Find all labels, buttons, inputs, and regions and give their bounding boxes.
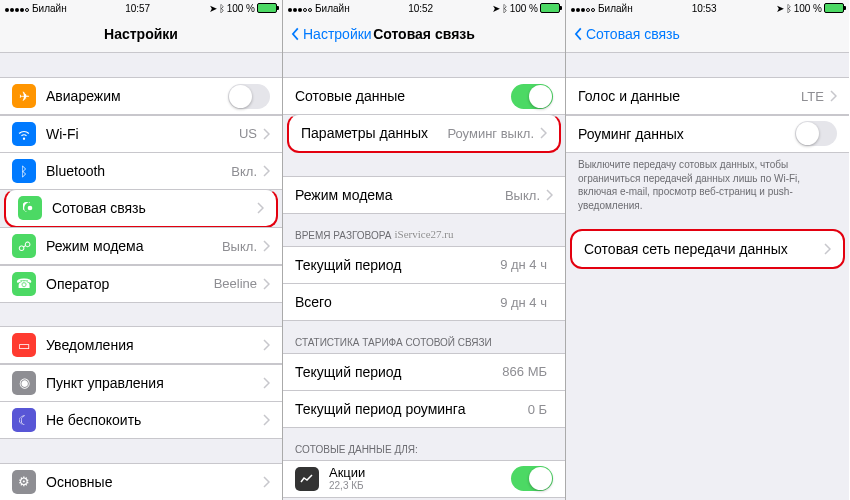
footer-text: Выключите передачу сотовых данных, чтобы…	[566, 152, 849, 222]
row-data-roaming[interactable]: Роуминг данных	[566, 115, 849, 153]
row-cellular-data[interactable]: Сотовые данные	[283, 77, 565, 115]
cellular-list[interactable]: Сотовые данные Параметры данных Роуминг …	[283, 53, 565, 500]
chevron-right-icon	[263, 128, 270, 140]
status-bar: Билайн 10:52 ➤ᛒ100 %	[283, 0, 565, 16]
row-cellular-network[interactable]: Сотовая сеть передачи данных	[570, 229, 845, 269]
battery-icon	[257, 3, 277, 13]
battery-icon	[824, 3, 844, 13]
status-time: 10:53	[692, 3, 717, 14]
carrier-icon: ☎	[12, 272, 36, 296]
bluetooth-icon: ᛒ	[786, 3, 792, 14]
watermark: iService27.ru	[395, 228, 454, 240]
back-button[interactable]: Сотовая связь	[572, 26, 680, 42]
battery-icon	[540, 3, 560, 13]
header-stats: СТАТИСТИКА ТАРИФА СОТОВОЙ СВЯЗИ	[283, 321, 565, 353]
wifi-icon	[12, 122, 36, 146]
settings-root-pane: Билайн 10:57 ➤ᛒ100 % Настройки ✈ Авиареж…	[0, 0, 283, 500]
chevron-right-icon	[263, 476, 270, 488]
cellular-data-toggle[interactable]	[511, 84, 553, 109]
row-airplane-mode[interactable]: ✈ Авиарежим	[0, 77, 282, 115]
chevron-right-icon	[257, 202, 264, 214]
status-bar: Билайн 10:57 ➤ᛒ100 %	[0, 0, 282, 16]
gear-icon: ⚙	[12, 470, 36, 494]
row-bluetooth[interactable]: ᛒ Bluetooth Вкл.	[0, 152, 282, 190]
row-current-period-data: Текущий период 866 МБ	[283, 353, 565, 391]
back-button[interactable]: Настройки	[289, 26, 372, 42]
row-wifi[interactable]: Wi-Fi US	[0, 115, 282, 153]
bluetooth-icon: ᛒ	[502, 3, 508, 14]
dnd-icon: ☾	[12, 408, 36, 432]
row-cellular[interactable]: Сотовая связь	[4, 189, 278, 228]
airplane-toggle[interactable]	[228, 84, 270, 109]
bluetooth-row-icon: ᛒ	[12, 159, 36, 183]
row-carrier[interactable]: ☎ Оператор Beeline	[0, 265, 282, 303]
cellular-pane: iService27.ru Билайн 10:52 ➤ᛒ100 % Настр…	[283, 0, 566, 500]
chevron-right-icon	[263, 240, 270, 252]
chevron-left-icon	[289, 27, 301, 41]
bluetooth-icon: ᛒ	[219, 3, 225, 14]
row-current-period: Текущий период 9 дн 4 ч	[283, 246, 565, 284]
nav-bar: Сотовая связь	[566, 16, 849, 53]
location-icon: ➤	[776, 3, 784, 14]
row-dnd[interactable]: ☾ Не беспокоить	[0, 401, 282, 439]
chevron-right-icon	[263, 278, 270, 290]
data-options-pane: Билайн 10:53 ➤ᛒ100 % Сотовая связь Голос…	[566, 0, 849, 500]
chevron-right-icon	[540, 127, 547, 139]
chevron-right-icon	[263, 414, 270, 426]
location-icon: ➤	[209, 3, 217, 14]
status-bar: Билайн 10:53 ➤ᛒ100 %	[566, 0, 849, 16]
row-app-stocks[interactable]: Акции 22,3 КБ	[283, 460, 565, 498]
header-data-for: СОТОВЫЕ ДАННЫЕ ДЛЯ:	[283, 428, 565, 460]
data-roaming-toggle[interactable]	[795, 121, 837, 146]
chevron-right-icon	[824, 243, 831, 255]
status-time: 10:52	[408, 3, 433, 14]
chevron-left-icon	[572, 27, 584, 41]
status-time: 10:57	[125, 3, 150, 14]
row-hotspot[interactable]: ☍ Режим модема Выкл.	[0, 227, 282, 265]
stocks-toggle[interactable]	[511, 466, 553, 491]
page-title: Настройки	[104, 26, 178, 42]
chevron-right-icon	[546, 189, 553, 201]
location-icon: ➤	[492, 3, 500, 14]
hotspot-icon: ☍	[12, 234, 36, 258]
row-roaming-period: Текущий период роуминга 0 Б	[283, 390, 565, 428]
chevron-right-icon	[263, 165, 270, 177]
stocks-icon	[295, 467, 319, 491]
nav-bar: Настройки Сотовая связь	[283, 16, 565, 53]
page-title: Сотовая связь	[373, 26, 475, 42]
row-control-center[interactable]: ◉ Пункт управления	[0, 364, 282, 402]
row-voice-data[interactable]: Голос и данные LTE	[566, 77, 849, 115]
nav-bar: Настройки	[0, 16, 282, 53]
cellular-icon	[18, 196, 42, 220]
control-center-icon: ◉	[12, 371, 36, 395]
chevron-right-icon	[830, 90, 837, 102]
chevron-right-icon	[263, 377, 270, 389]
row-notifications[interactable]: ▭ Уведомления	[0, 326, 282, 364]
chevron-right-icon	[263, 339, 270, 351]
row-total: Всего 9 дн 4 ч	[283, 283, 565, 321]
row-hotspot[interactable]: Режим модема Выкл.	[283, 176, 565, 214]
row-data-options[interactable]: Параметры данных Роуминг выкл.	[287, 114, 561, 153]
notifications-icon: ▭	[12, 333, 36, 357]
data-options-list[interactable]: Голос и данные LTE Роуминг данных Выключ…	[566, 53, 849, 500]
settings-list[interactable]: ✈ Авиарежим Wi-Fi US ᛒ Bluetooth Вкл. Со…	[0, 53, 282, 500]
row-general[interactable]: ⚙ Основные	[0, 463, 282, 501]
airplane-icon: ✈	[12, 84, 36, 108]
